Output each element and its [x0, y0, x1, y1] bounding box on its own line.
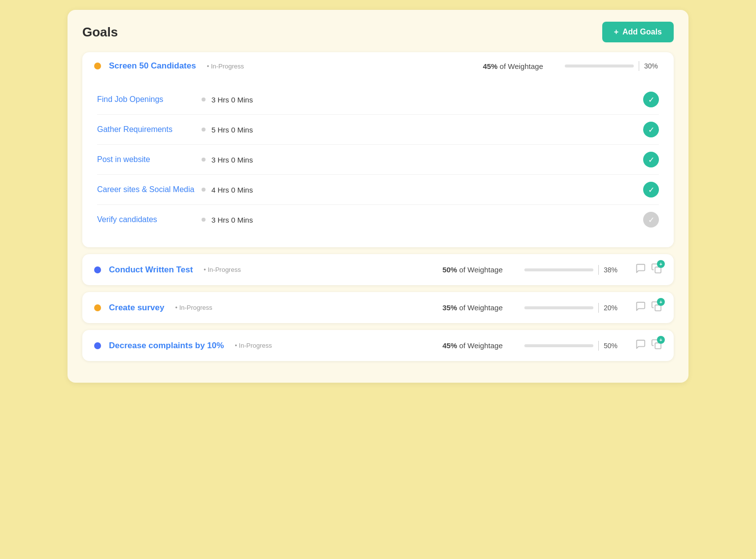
plus-badge-written-test: +: [657, 260, 665, 268]
progress-pct-written-test: 38%: [604, 266, 621, 274]
subtask-dot-0-2: [202, 158, 206, 162]
plus-icon: +: [614, 28, 619, 36]
subtask-dot-0-3: [202, 188, 206, 192]
goal-name-written-test[interactable]: Conduct Written Test: [109, 265, 193, 275]
goal-header-written-test[interactable]: Conduct Written Test In-Progress 50% of …: [82, 254, 674, 285]
progress-pct-create-survey: 20%: [604, 304, 621, 312]
subtask-time-0-3: 4 Hrs 0 Mins: [211, 186, 275, 194]
list-item: Career sites & Social Media 4 Hrs 0 Mins…: [97, 175, 659, 205]
goals-list: Screen 50 Candidates In-Progress 45% of …: [82, 52, 674, 361]
goal-dot-create-survey: [94, 304, 101, 311]
progress-pct-screen-candidates: 30%: [644, 62, 662, 70]
add-goals-label: Add Goals: [622, 28, 662, 36]
goal-weightage-written-test: 50% of Weightage: [443, 265, 503, 274]
svg-rect-0: [655, 267, 661, 273]
subtask-time-0-0: 3 Hrs 0 Mins: [211, 96, 275, 104]
progress-track-screen-candidates: [565, 65, 634, 67]
subtask-check-0-3[interactable]: ✓: [643, 182, 659, 197]
plus-badge-decrease-complaints: +: [657, 336, 665, 344]
goal-weightage-decrease-complaints: 45% of Weightage: [443, 341, 503, 350]
subtask-name-0-1[interactable]: Gather Requirements: [97, 125, 196, 134]
comment-icon-written-test[interactable]: [635, 263, 646, 276]
goal-card-screen-candidates: Screen 50 Candidates In-Progress 45% of …: [82, 52, 674, 247]
subtask-name-0-2[interactable]: Post in website: [97, 155, 196, 164]
goal-actions-decrease-complaints: +: [635, 339, 662, 352]
subtask-time-0-2: 3 Hrs 0 Mins: [211, 156, 275, 164]
progress-wrapper-create-survey: 20%: [524, 303, 621, 313]
goal-name-decrease-complaints[interactable]: Decrease complaints by 10%: [109, 341, 224, 351]
list-item: Post in website 3 Hrs 0 Mins ✓: [97, 145, 659, 175]
goal-status-screen-candidates: In-Progress: [207, 63, 244, 70]
plus-badge-create-survey: +: [657, 298, 665, 306]
progress-wrapper-decrease-complaints: 50%: [524, 341, 621, 351]
subtask-name-0-0[interactable]: Find Job Openings: [97, 95, 196, 104]
list-item: Gather Requirements 5 Hrs 0 Mins ✓: [97, 115, 659, 145]
header-row: Goals + Add Goals: [82, 22, 674, 42]
comment-icon-create-survey[interactable]: [635, 301, 646, 314]
goal-dot-screen-candidates: [94, 63, 101, 69]
goal-dot-decrease-complaints: [94, 342, 101, 349]
goal-actions-create-survey: +: [635, 301, 662, 314]
subtask-check-0-0[interactable]: ✓: [643, 92, 659, 107]
progress-track-written-test: [524, 268, 593, 271]
subtask-time-0-1: 5 Hrs 0 Mins: [211, 126, 275, 134]
goal-card-decrease-complaints: Decrease complaints by 10% In-Progress 4…: [82, 330, 674, 361]
add-goals-button[interactable]: + Add Goals: [602, 22, 674, 42]
goal-actions-written-test: +: [635, 263, 662, 276]
goal-header-decrease-complaints[interactable]: Decrease complaints by 10% In-Progress 4…: [82, 330, 674, 361]
subtask-dot-0-4: [202, 218, 206, 222]
subtask-dot-0-1: [202, 128, 206, 132]
list-item: Find Job Openings 3 Hrs 0 Mins ✓: [97, 85, 659, 115]
goal-weightage-screen-candidates: 45% of Weightage: [483, 62, 543, 70]
copy-icon-create-survey[interactable]: +: [651, 301, 662, 314]
subtasks-panel-screen-candidates: Find Job Openings 3 Hrs 0 Mins ✓ Gather …: [82, 80, 674, 247]
subtask-check-0-1[interactable]: ✓: [643, 122, 659, 137]
goal-name-screen-candidates[interactable]: Screen 50 Candidates: [109, 61, 196, 71]
goal-header-screen-candidates[interactable]: Screen 50 Candidates In-Progress 45% of …: [82, 52, 674, 80]
goal-name-create-survey[interactable]: Create survey: [109, 303, 164, 313]
progress-divider-decrease-complaints: [598, 341, 599, 351]
progress-wrapper-written-test: 38%: [524, 265, 621, 275]
subtask-check-0-4[interactable]: ✓: [643, 212, 659, 228]
svg-rect-2: [655, 343, 661, 349]
goal-dot-written-test: [94, 266, 101, 273]
progress-divider-written-test: [598, 265, 599, 275]
goal-card-create-survey: Create survey In-Progress 35% of Weighta…: [82, 292, 674, 323]
goal-status-written-test: In-Progress: [204, 266, 241, 273]
goal-status-decrease-complaints: In-Progress: [235, 342, 272, 349]
subtask-time-0-4: 3 Hrs 0 Mins: [211, 216, 275, 224]
goal-weightage-create-survey: 35% of Weightage: [443, 303, 503, 312]
progress-track-decrease-complaints: [524, 344, 593, 347]
list-item: Verify candidates 3 Hrs 0 Mins ✓: [97, 205, 659, 234]
progress-divider-screen-candidates: [639, 61, 639, 71]
progress-track-create-survey: [524, 306, 593, 309]
copy-icon-written-test[interactable]: +: [651, 263, 662, 276]
subtask-name-0-3[interactable]: Career sites & Social Media: [97, 185, 196, 194]
svg-rect-1: [655, 305, 661, 311]
subtask-name-0-4[interactable]: Verify candidates: [97, 215, 196, 224]
subtask-dot-0-0: [202, 98, 206, 101]
progress-pct-decrease-complaints: 50%: [604, 342, 621, 350]
copy-icon-decrease-complaints[interactable]: +: [651, 339, 662, 352]
comment-icon-decrease-complaints[interactable]: [635, 339, 646, 352]
goal-status-create-survey: In-Progress: [175, 304, 212, 311]
subtask-check-0-2[interactable]: ✓: [643, 152, 659, 167]
goals-outer-card: Goals + Add Goals Screen 50 Candidates I…: [68, 10, 688, 383]
progress-divider-create-survey: [598, 303, 599, 313]
goal-card-written-test: Conduct Written Test In-Progress 50% of …: [82, 254, 674, 285]
progress-wrapper-screen-candidates: 30%: [565, 61, 662, 71]
page-title: Goals: [82, 25, 118, 40]
goal-header-create-survey[interactable]: Create survey In-Progress 35% of Weighta…: [82, 292, 674, 323]
